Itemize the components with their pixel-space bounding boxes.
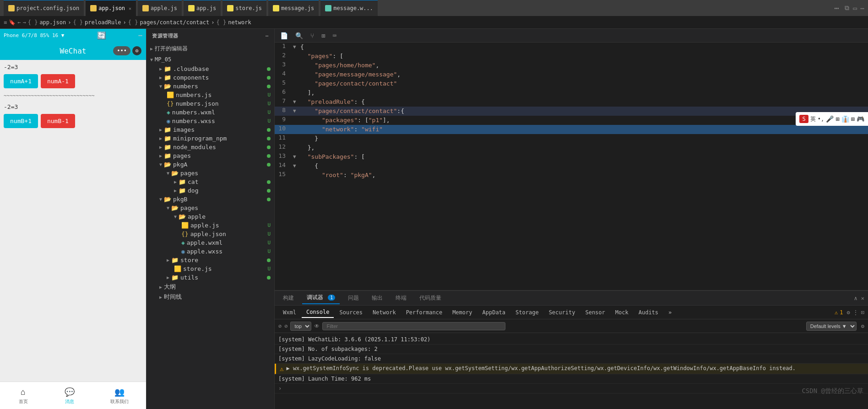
more-devtools-icon[interactable]: ⋮ [853,309,858,316]
breadcrumb-icon[interactable]: ≡ [4,19,7,26]
num-a-plus-btn[interactable]: numA+1 [4,74,38,88]
warning-indicator[interactable]: ⚠ 1 [835,309,843,316]
input-emoji-icon[interactable]: ⊞ [851,115,855,123]
tree-pkgB[interactable]: ▼ 📂 pkgB [146,195,274,204]
tab-message-wx[interactable]: message.w... [320,0,378,16]
devtools-tab-wxml[interactable]: Wxml [278,307,301,318]
context-selector[interactable]: top [290,322,311,331]
tree-pkgB-apple[interactable]: ▼ 📂 apple [146,212,274,221]
collapse-arrow[interactable]: ▼ [293,152,300,160]
breadcrumb-item-network[interactable]: network [228,19,251,26]
editor-content[interactable]: 1 ▼ { 2 "pages": [ 3 "pages/home/home", … [275,43,868,290]
tree-pkgA-dog[interactable]: ▶ 📁 dog [146,186,274,195]
tree-outline[interactable]: ▶ 大纲 [146,282,274,292]
open-editors-section[interactable]: ▶ 打开的编辑器 [146,43,274,54]
tab-close-icon[interactable]: ✕ [129,6,131,11]
tab-app-json[interactable]: app.json ✕ [86,0,136,16]
collapse-arrow[interactable]: ▼ [293,43,300,50]
bookmark-icon[interactable]: 🔖 [9,19,16,26]
tree-pkgA-cat[interactable]: ▶ 📁 cat [146,178,274,186]
mp05-section[interactable]: ▼ MP_05 [146,54,274,65]
tab-issues[interactable]: 问题 [343,292,363,304]
file-tree-more-icon[interactable]: ⋯ [266,33,269,39]
input-table-icon[interactable]: ⊞ [835,115,839,123]
wechat-camera-btn[interactable]: ⊙ [132,46,141,55]
tab-debug[interactable]: 调试器 1 [302,292,340,304]
devtools-tab-network[interactable]: Network [368,307,401,318]
tab-project-config[interactable]: project.config.json [4,0,84,16]
tree-node-modules[interactable]: ▶ 📁 node_modules [146,143,274,151]
devtools-tab-sensor[interactable]: Sensor [580,307,609,318]
tree-cloudbase[interactable]: ▶ 📁 .cloudbase [146,65,274,73]
tab-app-js[interactable]: app.js [184,0,221,16]
tree-pkgA-pages[interactable]: ▼ 📂 pages [146,169,274,178]
panel-close-icon[interactable]: ✕ [861,295,864,301]
tree-apple-json[interactable]: {} apple.json U [146,230,274,238]
breadcrumb-item-file[interactable]: app.json [39,19,66,26]
devtools-tab-more[interactable]: » [664,307,676,318]
panel-collapse-icon[interactable]: ∧ [854,295,857,301]
tab-quality[interactable]: 代码质量 [415,292,446,304]
input-skin-icon[interactable]: 👔 [841,115,849,123]
new-file-icon[interactable]: 📄 [278,31,290,40]
wechat-dots-btn[interactable]: ••• [113,46,130,55]
nav-contact[interactable]: 👥 联系我们 [110,387,129,405]
log-levels-select[interactable]: Default levels ▼ [806,322,857,331]
terminal-icon[interactable]: ⌨ [331,31,338,40]
devtools-tab-sources[interactable]: Sources [335,307,367,318]
devtools-tab-performance[interactable]: Performance [401,307,447,318]
breadcrumb-item-preload[interactable]: preloadRule [85,19,121,26]
forward-icon[interactable]: → [22,19,26,26]
hot-reload-icon[interactable]: 🔄 [97,31,106,40]
nav-home[interactable]: ⌂ 首页 [18,387,29,405]
tree-numbers-js[interactable]: 🟨 numbers.js U [146,91,274,99]
tree-numbers-wxss[interactable]: ◉ numbers.wxss U [146,117,274,125]
collapse-arrow[interactable]: ▼ [293,97,300,105]
console-settings-icon[interactable]: ⚙ [861,323,864,329]
split-editor-icon[interactable]: ⧉ [845,4,849,12]
tree-apple-wxss[interactable]: ◉ apple.wxss U [146,247,274,256]
search-icon[interactable]: 🔍 [293,31,305,40]
devtools-tab-memory[interactable]: Memory [448,307,477,318]
collapse-arrow[interactable]: ▼ [293,161,300,169]
tab-apple-js[interactable]: apple.js [138,0,182,16]
input-mic-icon[interactable]: 🎤 [826,115,834,123]
tree-images[interactable]: ▶ 📁 images [146,125,274,134]
input-lang-label[interactable]: 英 [810,115,816,123]
undock-icon[interactable]: ⊡ [861,309,864,316]
tree-pkgB-pages[interactable]: ▼ 📂 pages [146,204,274,212]
num-b-minus-btn[interactable]: numB-1 [41,114,75,128]
panel-layout-icon[interactable]: ▭ [853,5,857,12]
more-icon[interactable]: ⋯ [139,32,142,39]
tab-terminal[interactable]: 终端 [391,292,411,304]
devtools-tab-security[interactable]: Security [544,307,580,318]
more-tabs-icon[interactable]: ⋯ [834,3,839,13]
num-a-minus-btn[interactable]: numA-1 [41,74,75,88]
tree-store-js[interactable]: 🟨 store.js U [146,264,274,273]
tree-apple-wxml[interactable]: ◈ apple.wxml U [146,238,274,247]
tree-miniprogram-npm[interactable]: ▶ 📁 miniprogram_npm [146,134,274,143]
back-icon[interactable]: ← [17,19,21,26]
tab-build[interactable]: 构建 [278,292,298,304]
devtools-tab-appdata[interactable]: AppData [477,307,510,318]
settings-icon[interactable]: ⚙ [847,309,850,316]
tree-store[interactable]: ▶ 📁 store [146,256,274,264]
nav-messages[interactable]: 💬 消息 [64,387,75,405]
collapse-arrow[interactable]: ▼ [293,107,300,114]
pause-icon[interactable]: ⊘ [284,323,288,329]
console-filter-input[interactable] [322,322,505,330]
tree-utils[interactable]: ▶ 📁 utils [146,273,274,282]
devtools-tab-console[interactable]: Console [302,307,334,318]
devtools-tab-audits[interactable]: Audits [634,307,663,318]
breadcrumb-item-contact[interactable]: pages/contact/contact [140,19,210,26]
clear-console-icon[interactable]: ⊘ [278,323,282,329]
tree-timeline[interactable]: ▶ 时间线 [146,292,274,302]
devtools-tab-storage[interactable]: Storage [511,307,543,318]
tab-message-js[interactable]: message.js [268,0,319,16]
eye-icon[interactable]: 👁 [314,323,320,329]
tree-numbers-wxml[interactable]: ◈ numbers.wxml U [146,108,274,117]
input-tools-icon[interactable]: 🎮 [857,115,864,123]
source-control-icon[interactable]: ⑂ [309,31,316,40]
tree-numbers-json[interactable]: {} numbers.json U [146,99,274,108]
devtools-tab-mock[interactable]: Mock [611,307,633,318]
